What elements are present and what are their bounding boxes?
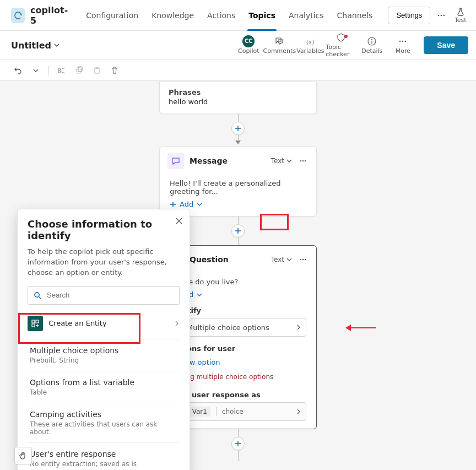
details-button[interactable]: Details bbox=[356, 33, 387, 58]
more-header-button[interactable] bbox=[435, 6, 448, 25]
message-node-icon bbox=[167, 153, 184, 169]
copilot-button[interactable]: CC Copilot bbox=[233, 33, 264, 58]
nav-tab-channels[interactable]: Channels bbox=[331, 0, 380, 31]
comments-button[interactable]: Comments bbox=[264, 33, 295, 58]
svg-point-7 bbox=[399, 40, 401, 42]
test-button[interactable]: Test bbox=[453, 4, 468, 26]
topic-checker-button[interactable]: Topic checker bbox=[326, 33, 356, 58]
nav-tab-analytics[interactable]: Analytics bbox=[282, 0, 331, 31]
identify-picker[interactable]: Multiple choice options bbox=[170, 318, 306, 337]
plus-icon bbox=[235, 228, 241, 234]
close-icon bbox=[175, 217, 183, 225]
svg-rect-27 bbox=[36, 320, 39, 323]
topic-checker-label: Topic checker bbox=[326, 44, 356, 58]
popup-description: To help the copilot pick out specific in… bbox=[28, 247, 180, 278]
nav-tab-configuration[interactable]: Configuration bbox=[79, 0, 145, 31]
settings-button[interactable]: Settings bbox=[388, 7, 430, 24]
chat-bubble-icon bbox=[171, 156, 180, 165]
entity-search-input[interactable] bbox=[46, 290, 174, 300]
chevron-down-icon bbox=[286, 257, 292, 262]
chevron-down-icon bbox=[33, 68, 39, 73]
variable-type: choice bbox=[222, 408, 244, 415]
nav-tab-topics[interactable]: Topics bbox=[242, 0, 282, 31]
brand-name: copilot-5 bbox=[30, 5, 69, 26]
svg-point-14 bbox=[300, 160, 301, 161]
message-add-variation[interactable]: Add bbox=[170, 200, 306, 208]
details-label: Details bbox=[361, 47, 382, 55]
undo-history-button[interactable] bbox=[29, 63, 43, 78]
chevron-down-icon bbox=[197, 202, 202, 207]
question-add-variation[interactable]: Add bbox=[170, 290, 306, 299]
search-icon bbox=[34, 291, 41, 299]
nav-tabs: Configuration Knowledge Actions Topics A… bbox=[79, 0, 379, 31]
brand: copilot-5 bbox=[11, 5, 75, 26]
svg-point-0 bbox=[438, 14, 440, 16]
add-node-button[interactable] bbox=[231, 122, 245, 135]
message-node[interactable]: Message Text Hello! I'll create a person… bbox=[159, 147, 317, 217]
trigger-phrase: hello world bbox=[169, 98, 307, 106]
second-bar: Untitled CC Copilot Comments {x} Variabl… bbox=[0, 31, 476, 60]
create-entity-label: Create an Entity bbox=[48, 319, 169, 327]
svg-text:{x}: {x} bbox=[306, 38, 315, 45]
variables-button[interactable]: {x} Variables bbox=[295, 33, 326, 58]
create-entity-button[interactable]: Create an Entity bbox=[28, 312, 180, 334]
topic-title-dropdown[interactable]: Untitled bbox=[11, 40, 60, 51]
svg-rect-10 bbox=[77, 68, 81, 73]
message-node-more[interactable] bbox=[298, 157, 309, 165]
new-option-button[interactable]: New option bbox=[170, 358, 306, 366]
nav-tab-actions[interactable]: Actions bbox=[201, 0, 242, 31]
missing-options-error: Missing multiple choice options bbox=[170, 373, 306, 381]
authoring-canvas[interactable]: Phrases hello world Message Text bbox=[0, 81, 476, 470]
question-node-title: Question bbox=[190, 255, 266, 264]
more-tools-button[interactable]: More bbox=[387, 33, 418, 58]
svg-point-5 bbox=[371, 39, 372, 40]
plus-icon bbox=[235, 440, 241, 447]
identify-label: Identify bbox=[170, 306, 306, 315]
entity-option-list-variable[interactable]: Options from a list variable Table bbox=[28, 371, 180, 403]
entity-option-entire-response[interactable]: User's entire response No entity extract… bbox=[28, 442, 180, 470]
top-header: copilot-5 Configuration Knowledge Action… bbox=[0, 0, 476, 31]
save-button[interactable]: Save bbox=[424, 36, 468, 54]
nav-tab-knowledge[interactable]: Knowledge bbox=[145, 0, 201, 31]
cut-button[interactable] bbox=[55, 63, 69, 78]
close-button[interactable] bbox=[175, 217, 183, 225]
entity-option-multiple-choice[interactable]: Multiple choice options Prebuilt, String bbox=[28, 339, 180, 371]
svg-point-15 bbox=[302, 160, 304, 161]
chevron-down-icon bbox=[197, 292, 202, 298]
variable-picker[interactable]: {x} Var1 choice bbox=[170, 402, 306, 421]
identify-popup: Choose information to identify To help t… bbox=[17, 209, 190, 470]
entity-option-camping-activities[interactable]: Camping activities These are activities … bbox=[28, 403, 180, 442]
trigger-node[interactable]: Phrases hello world bbox=[159, 81, 317, 114]
hand-icon bbox=[19, 451, 28, 460]
svg-rect-11 bbox=[78, 67, 82, 72]
more-label: More bbox=[396, 47, 410, 55]
clipboard-icon bbox=[93, 66, 101, 75]
copilot-logo-icon bbox=[13, 10, 23, 20]
svg-rect-26 bbox=[32, 320, 35, 323]
svg-point-19 bbox=[300, 259, 301, 260]
add-node-button-3[interactable] bbox=[231, 437, 245, 450]
question-type-dropdown[interactable]: Text bbox=[271, 256, 292, 263]
paste-button[interactable] bbox=[90, 63, 104, 78]
delete-button[interactable] bbox=[107, 63, 122, 78]
copy-button[interactable] bbox=[72, 63, 86, 78]
chevron-right-icon bbox=[174, 321, 180, 326]
svg-point-2 bbox=[443, 14, 445, 16]
add-node-button-2[interactable] bbox=[231, 224, 245, 237]
options-label: Options for user bbox=[170, 344, 306, 353]
popup-title: Choose information to identify bbox=[28, 218, 180, 241]
svg-rect-6 bbox=[372, 41, 372, 44]
entity-search-box[interactable] bbox=[28, 286, 180, 305]
plus-icon bbox=[170, 201, 176, 208]
brand-logo bbox=[11, 8, 25, 23]
message-type-dropdown[interactable]: Text bbox=[271, 157, 292, 165]
question-node-more[interactable] bbox=[298, 256, 309, 263]
entity-option-list: Multiple choice options Prebuilt, String… bbox=[28, 339, 180, 470]
undo-button[interactable] bbox=[11, 63, 25, 78]
chevron-right-icon bbox=[296, 409, 301, 414]
pan-mode-button[interactable] bbox=[14, 447, 32, 464]
beaker-icon bbox=[456, 7, 465, 16]
save-response-label: Save user response as bbox=[170, 391, 306, 399]
editor-toolbar bbox=[0, 60, 476, 81]
svg-rect-28 bbox=[32, 324, 35, 327]
